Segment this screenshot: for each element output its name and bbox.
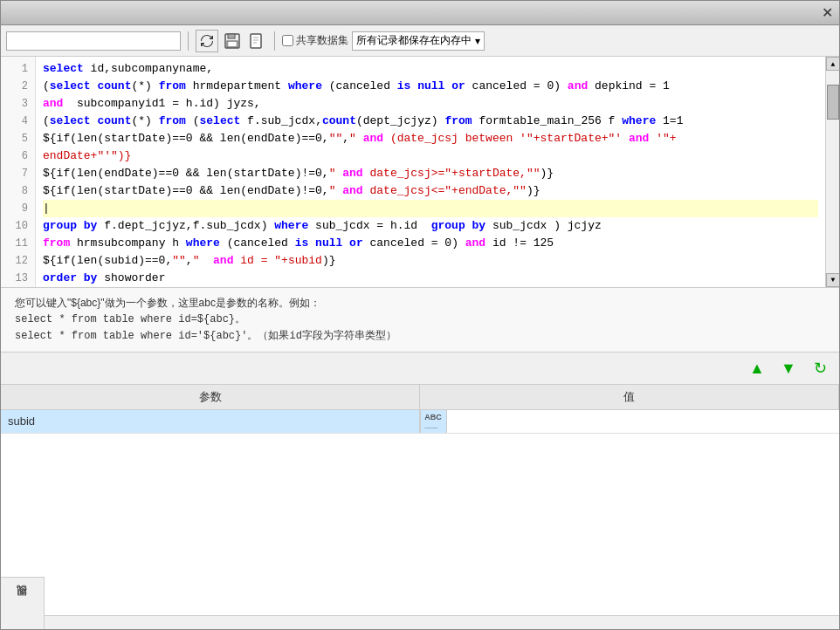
- line-num-7: 7: [1, 165, 35, 182]
- content-area: 1 2 3 4 5 6 7 8 9 10 11 12 13 14: [1, 57, 839, 629]
- editor-area: 1 2 3 4 5 6 7 8 9 10 11 12 13 14: [1, 57, 839, 288]
- svg-rect-1: [228, 34, 235, 38]
- svg-rect-4: [251, 34, 261, 48]
- line-num-4: 4: [1, 113, 35, 130]
- params-col-header-1: 参数: [1, 385, 420, 409]
- close-button[interactable]: ✕: [818, 4, 836, 22]
- line-numbers: 1 2 3 4 5 6 7 8 9 10 11 12 13 14: [1, 57, 36, 287]
- refresh-icon: [200, 34, 214, 48]
- code-line-5: ${if(len(startDate)==0 && len(endDate)==…: [43, 130, 818, 147]
- share-dataset-checkbox[interactable]: [282, 35, 293, 46]
- line-num-3: 3: [1, 95, 35, 113]
- toolbar: 共享数据集 所有记录都保存在内存中 ▾: [1, 25, 839, 57]
- params-type-icon-1: ABC___: [421, 410, 447, 433]
- line-num-8: 8: [1, 182, 35, 200]
- new-btn[interactable]: [246, 31, 267, 51]
- memory-dropdown-label: 所有记录都保存在内存中: [356, 33, 472, 48]
- search-input[interactable]: [6, 31, 181, 51]
- line-num-6: 6: [1, 147, 35, 165]
- main-layout: 1 2 3 4 5 6 7 8 9 10 11 12 13 14: [1, 57, 839, 629]
- code-line-11: from hrmsubcompany h where (canceled is …: [43, 235, 818, 252]
- separator-1: [188, 31, 189, 51]
- vertical-scrollbar[interactable]: ▲ ▼: [825, 57, 839, 287]
- code-line-1: select id,subcompanyname,: [43, 60, 818, 78]
- code-line-9: |: [43, 200, 818, 217]
- line-num-2: 2: [1, 78, 35, 95]
- code-line-4: (select count(*) from (select f.sub_jcdx…: [43, 113, 818, 130]
- params-col-header-2: 值: [420, 385, 839, 409]
- line-num-12: 12: [1, 252, 35, 270]
- hint-text-2: select * from table where id=${abc}。: [15, 312, 825, 328]
- code-line-6: endDate+"'")}: [43, 147, 818, 165]
- share-dataset-text: 共享数据集: [296, 33, 348, 48]
- dropdown-arrow-icon: ▾: [475, 35, 480, 47]
- params-cell-value-1[interactable]: [447, 410, 840, 433]
- code-line-7: ${if(len(endDate)==0 && len(startDate)!=…: [43, 165, 818, 182]
- hint-area: 您可以键入"${abc}"做为一个参数，这里abc是参数的名称。例如： sele…: [1, 288, 839, 353]
- separator-2: [274, 31, 275, 51]
- params-table-header: 参数 值: [1, 385, 839, 410]
- main-window: ✕: [0, 0, 840, 630]
- share-dataset-label[interactable]: 共享数据集: [282, 33, 348, 48]
- scroll-up-arrow[interactable]: ▲: [826, 57, 839, 71]
- line-num-9: 9: [1, 200, 35, 217]
- abc-icon: ABC___: [424, 414, 442, 429]
- line-num-5: 5: [1, 130, 35, 147]
- line-num-11: 11: [1, 235, 35, 252]
- hint-text-1: 您可以键入"${abc}"做为一个参数，这里abc是参数的名称。例如：: [15, 295, 825, 312]
- code-editor[interactable]: select id,subcompanyname, (select count(…: [36, 57, 825, 287]
- move-up-button[interactable]: ▲: [745, 356, 769, 380]
- move-down-button[interactable]: ▼: [776, 356, 801, 380]
- code-line-3: and subcompanyid1 = h.id) jyzs,: [43, 95, 818, 113]
- scroll-down-arrow[interactable]: ▼: [826, 273, 839, 287]
- title-bar: ✕: [1, 1, 839, 25]
- code-line-8: ${if(len(startDate)==0 && len(endDate)!=…: [43, 182, 818, 200]
- params-cell-name-1: subid: [1, 410, 420, 433]
- code-line-12: ${if(len(subid)==0,""," and id = "+subid…: [43, 252, 818, 270]
- line-num-10: 10: [1, 217, 35, 235]
- line-num-1: 1: [1, 60, 35, 78]
- hint-text-3: select * from table where id='${abc}'。（如…: [15, 328, 825, 345]
- svg-rect-3: [229, 42, 236, 46]
- memory-dropdown[interactable]: 所有记录都保存在内存中 ▾: [352, 31, 485, 51]
- params-row-1[interactable]: subid ABC___: [1, 410, 839, 434]
- action-bar: ▲ ▼ ↻: [1, 353, 839, 385]
- save-btn[interactable]: [222, 31, 243, 51]
- left-sidebar: 视图: [1, 577, 45, 629]
- params-table: 参数 值 subid ABC___: [1, 385, 839, 615]
- refresh-btn[interactable]: [196, 30, 218, 52]
- save-icon: [224, 33, 240, 49]
- bottom-scrollbar[interactable]: [1, 615, 839, 629]
- new-icon: [249, 33, 265, 49]
- code-line-2: (select count(*) from hrmdepartment wher…: [43, 78, 818, 95]
- code-line-13: order by showorder: [43, 270, 818, 287]
- code-line-10: group by f.dept_jcjyz,f.sub_jcdx) where …: [43, 217, 818, 235]
- reload-button[interactable]: ↻: [808, 356, 832, 380]
- line-num-13: 13: [1, 270, 35, 287]
- scroll-thumb[interactable]: [827, 85, 839, 120]
